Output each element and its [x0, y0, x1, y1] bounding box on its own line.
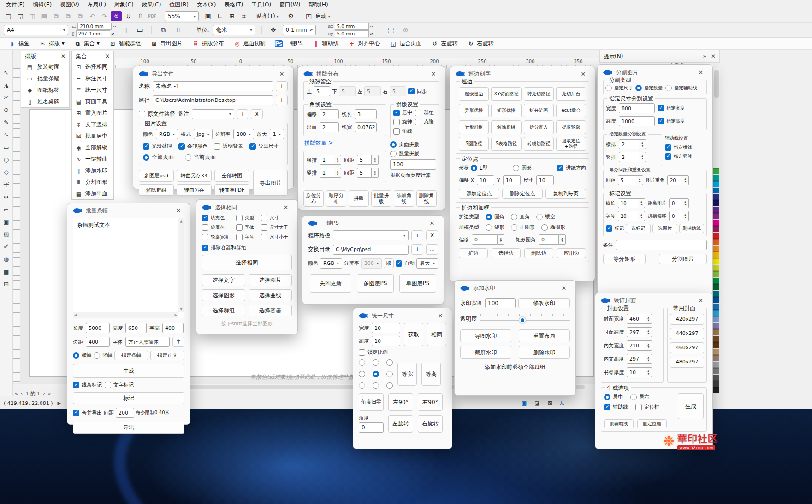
menu-item[interactable]: 位图(B): [165, 0, 193, 10]
v-guide-checkbox[interactable]: 指定竖线: [665, 153, 692, 160]
docker-item[interactable]: 回批量居中: [72, 130, 113, 142]
add-icon[interactable]: ⊕: [400, 25, 411, 35]
select-type-button[interactable]: 选择文字: [202, 274, 245, 286]
palette-swatch[interactable]: [713, 316, 719, 322]
import-icon[interactable]: ⇩: [123, 11, 134, 21]
dup-x-field[interactable]: 5.0 mm: [335, 23, 369, 30]
by-size-radio[interactable]: 指定尺寸: [605, 85, 633, 91]
docker-item[interactable]: ∥添加水印: [72, 165, 113, 176]
palette-swatch[interactable]: [713, 297, 719, 303]
font-picker-button[interactable]: 字: [172, 337, 184, 346]
plugin-toolbar-button[interactable]: ◗ 摸鱼: [5, 39, 33, 48]
contour-action-button[interactable]: 矩形优排: [491, 104, 521, 117]
palette-swatch[interactable]: [713, 207, 719, 213]
match-property-checkbox[interactable]: 类型: [236, 215, 260, 221]
palette-swatch[interactable]: [713, 278, 719, 284]
landscape-icon[interactable]: ▭: [134, 25, 145, 35]
path-field[interactable]: C:\Users\Administrator\Desktop: [153, 95, 273, 105]
new-document-icon[interactable]: ▢: [3, 11, 14, 21]
curve-save-x4-button[interactable]: 转曲另存X4: [177, 170, 212, 182]
position-frame-checkbox[interactable]: 定位框: [635, 404, 659, 410]
specify-width-checkbox[interactable]: 指定宽度: [658, 105, 685, 111]
ellipse-frame-radio[interactable]: 椭圆形: [541, 224, 565, 231]
dup-y-field[interactable]: 5.0 mm: [335, 30, 369, 37]
batch-impose-button[interactable]: 批量拼版: [371, 190, 391, 207]
banner-length-field[interactable]: 5000: [86, 323, 110, 333]
format-combo[interactable]: jpg▾: [194, 129, 213, 139]
feed-direction-checkbox[interactable]: 进纸方向: [557, 164, 586, 171]
textarea-vscroll[interactable]: ▲▼: [178, 218, 184, 312]
contour-action-button[interactable]: ecut后台: [556, 104, 586, 117]
uniform-height-field[interactable]: 10: [372, 336, 400, 346]
banner-text-area[interactable]: 条幅测试文本 ▲▼ ◀▶: [73, 218, 184, 318]
close-icon[interactable]: ✕: [105, 53, 110, 59]
current-page-radio[interactable]: 当前页面: [185, 153, 216, 161]
plugin-launcher-icon[interactable]: ↯: [111, 11, 122, 21]
dpi-combo[interactable]: 200▾: [233, 129, 254, 139]
match-property-checkbox[interactable]: 字体: [236, 224, 260, 231]
save-icon[interactable]: ◫: [27, 11, 38, 21]
corner-offset-field[interactable]: 2: [320, 109, 339, 119]
add-path-button[interactable]: +: [411, 230, 423, 240]
cut-icon[interactable]: ⧉: [51, 11, 62, 21]
palette-swatch[interactable]: [713, 246, 719, 252]
launch-menu[interactable]: 启动▾: [315, 12, 330, 20]
plugin-toolbar-button[interactable]: ↻ 右旋转: [463, 39, 498, 48]
page-height-field[interactable]: 297.0 mm: [76, 30, 110, 37]
cover-field-stepper[interactable]: 10▲▼: [627, 367, 652, 377]
mark-length-stepper[interactable]: 10▲▼: [618, 198, 645, 208]
plugin-toolbar-button[interactable]: ‖ 辅助线: [308, 39, 343, 48]
delete-path-button[interactable]: X: [426, 230, 438, 240]
page-imposition-radio[interactable]: 页面拼版: [390, 141, 419, 148]
font-height-field[interactable]: 400: [162, 323, 184, 333]
open-icon[interactable]: ◱: [15, 11, 26, 21]
remark-combo[interactable]: ▾: [192, 109, 234, 119]
sync-checkbox[interactable]: 同步: [408, 88, 427, 95]
rulers-icon[interactable]: ∟: [214, 11, 225, 21]
add-name-button[interactable]: +: [276, 81, 288, 91]
rect-radius-stepper[interactable]: 0▲▼: [539, 234, 566, 245]
zoom-level-combo[interactable]: 55%▾: [165, 11, 199, 21]
toolbox-tool[interactable]: ⌐: [1, 205, 12, 213]
contour-action-button[interactable]: XY切割路径: [491, 87, 521, 101]
palette-swatch[interactable]: [713, 342, 719, 348]
add-dir-button[interactable]: +: [411, 244, 423, 254]
banner-height-field[interactable]: 650: [125, 323, 147, 333]
mark-checkbox[interactable]: 标记: [606, 225, 624, 232]
palette-swatch[interactable]: [713, 252, 719, 258]
right-radio[interactable]: 居右: [630, 393, 649, 400]
contour-action-button[interactable]: 解除群组: [491, 120, 521, 134]
export-size-checkbox[interactable]: 导出尺寸: [249, 143, 279, 150]
program-path-combo[interactable]: ▾: [333, 230, 409, 240]
docker-item[interactable]: ▤胶装封面: [21, 61, 69, 73]
curve-to-pdf-button[interactable]: 转曲导PDF: [214, 184, 249, 196]
impose-button[interactable]: 拼版: [349, 190, 369, 207]
palette-swatch[interactable]: [713, 168, 719, 174]
contour-action-button[interactable]: 提取轮廓: [556, 120, 586, 134]
close-button[interactable]: ✕: [276, 69, 288, 79]
overlap-stepper[interactable]: 20▲▼: [667, 175, 689, 185]
line-width-field[interactable]: 0.0762: [355, 122, 377, 132]
paste-icon[interactable]: ⧉: [75, 11, 86, 21]
left-90-button[interactable]: 左90°: [388, 393, 413, 411]
slider-handle[interactable]: [519, 317, 526, 323]
contour-action-button[interactable]: 龙切后台: [556, 87, 586, 101]
contour-action-button[interactable]: 异形优排: [459, 104, 489, 117]
anchor-radio[interactable]: [373, 382, 379, 389]
toolbox-tool[interactable]: ▣: [1, 217, 12, 226]
match-property-checkbox[interactable]: 尺寸小于: [261, 234, 293, 240]
toolbox-tool[interactable]: ▦: [1, 267, 12, 275]
plugin-toolbar-button[interactable]: ⠿ 拼版分布: [188, 39, 228, 48]
vertical-scrollbar[interactable]: [713, 68, 720, 168]
docker-item[interactable]: ↕文字竖排: [72, 119, 113, 130]
generate-button[interactable]: 生成: [73, 364, 184, 378]
menu-item[interactable]: 文本(X): [193, 0, 220, 10]
cover-field-stepper[interactable]: 210▲▼: [627, 340, 652, 351]
offset-y-field[interactable]: 10: [503, 175, 521, 185]
delete-anchor-button[interactable]: 删除定位点: [502, 189, 543, 199]
anchor-radio[interactable]: [373, 359, 379, 366]
same-size-button[interactable]: 相同: [427, 323, 446, 346]
options-gear-icon[interactable]: ⚙: [285, 11, 296, 21]
font-field[interactable]: 方正大黑简体: [125, 337, 170, 347]
palette-swatch[interactable]: [713, 213, 719, 219]
